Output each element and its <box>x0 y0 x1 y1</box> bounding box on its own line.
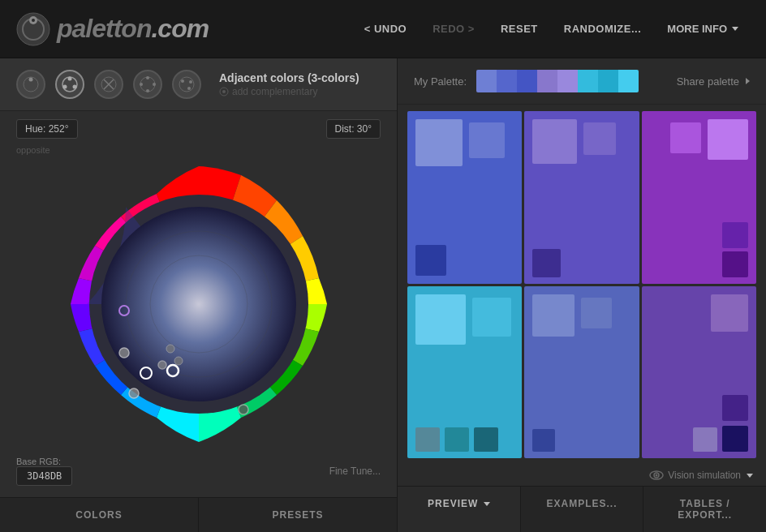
palette-seg-4 <box>537 70 557 92</box>
scheme-icon-mono[interactable] <box>16 70 45 99</box>
palette-label: My Palette: <box>414 75 467 88</box>
fine-tune-button[interactable]: Fine Tune... <box>329 466 381 477</box>
svg-point-23 <box>222 90 226 93</box>
eye-icon <box>649 470 664 480</box>
logo-area: paletton.com <box>16 12 353 46</box>
tab-examples[interactable]: EXAMPLES... <box>520 487 643 532</box>
svg-point-20 <box>189 80 192 84</box>
svg-point-8 <box>73 85 77 89</box>
vision-row: Vision simulation <box>398 465 766 486</box>
scheme-title: Adjacent colors (3-colors) <box>219 71 359 84</box>
header: paletton.com < UNDO REDO > RESET RANDOMI… <box>0 0 766 58</box>
undo-button[interactable]: < UNDO <box>353 18 418 40</box>
wheel-area: Hue: 252° Dist: 30° opposite <box>0 111 397 497</box>
dist-value: Dist: 30° <box>326 119 381 139</box>
svg-point-9 <box>63 85 67 89</box>
svg-point-32 <box>166 345 174 353</box>
svg-point-7 <box>68 77 72 81</box>
palette-seg-6 <box>578 70 598 92</box>
more-info-button[interactable]: MORE INFO <box>656 18 750 40</box>
scheme-info: Adjacent colors (3-colors) add complemen… <box>219 71 359 97</box>
color-cell-3[interactable] <box>642 111 756 284</box>
palette-seg-5 <box>557 70 578 92</box>
color-cell-6[interactable] <box>642 286 756 459</box>
svg-point-39 <box>656 474 658 477</box>
svg-point-21 <box>187 87 191 90</box>
left-panel: Adjacent colors (3-colors) add complemen… <box>0 58 398 532</box>
svg-point-17 <box>140 83 143 86</box>
svg-point-36 <box>239 405 248 414</box>
preview-arrow-icon <box>484 502 490 506</box>
svg-point-34 <box>158 361 166 369</box>
palette-preview <box>476 70 639 92</box>
color-cell-2[interactable] <box>524 111 639 284</box>
palette-seg-1 <box>476 70 497 92</box>
tab-colors[interactable]: COLORS <box>0 498 199 532</box>
share-palette-arrow-icon <box>746 78 750 84</box>
reset-button[interactable]: RESET <box>489 18 549 40</box>
palette-seg-3 <box>517 70 537 92</box>
logo-icon <box>16 12 50 46</box>
palette-seg-8 <box>618 70 639 92</box>
palette-seg-2 <box>497 70 517 92</box>
svg-point-33 <box>174 357 183 365</box>
base-rgb-row: Base RGB: 3D48DB Fine Tune... <box>16 457 381 486</box>
base-rgb-value[interactable]: 3D48DB <box>16 466 72 486</box>
color-cell-4[interactable] <box>407 286 522 459</box>
left-tabs: COLORS PRESETS <box>0 497 397 532</box>
right-panel: My Palette: Share palette <box>398 58 766 532</box>
tab-preview[interactable]: PREVIEW <box>398 487 520 532</box>
svg-point-16 <box>146 89 149 92</box>
scheme-icon-tetrad[interactable] <box>133 70 162 99</box>
svg-point-29 <box>119 348 129 358</box>
svg-point-14 <box>146 76 149 79</box>
svg-point-30 <box>129 388 139 398</box>
hue-value: Hue: 252° <box>16 119 78 139</box>
svg-point-5 <box>29 78 33 82</box>
scheme-icon-triad[interactable] <box>94 70 123 99</box>
svg-point-15 <box>153 83 156 86</box>
scheme-bar: Adjacent colors (3-colors) add complemen… <box>0 58 397 111</box>
main: Adjacent colors (3-colors) add complemen… <box>0 58 766 532</box>
more-info-arrow-icon <box>732 27 738 31</box>
share-palette-button[interactable]: Share palette <box>677 75 750 88</box>
svg-point-25 <box>101 207 296 401</box>
randomize-button[interactable]: RANDOMIZE... <box>553 18 653 40</box>
scheme-sub[interactable]: add complementary <box>219 86 359 97</box>
svg-point-19 <box>181 79 184 83</box>
scheme-icon-adjacent[interactable] <box>55 70 84 99</box>
scheme-icon-free[interactable] <box>172 70 201 99</box>
color-wheel-container[interactable] <box>53 158 345 450</box>
tab-presets[interactable]: PRESETS <box>199 498 397 532</box>
vision-arrow-icon <box>747 474 753 478</box>
svg-point-3 <box>32 19 35 22</box>
tab-tables[interactable]: TABLES / EXPORT... <box>643 487 766 532</box>
palette-seg-7 <box>598 70 618 92</box>
svg-point-18 <box>179 77 194 92</box>
palette-bar: My Palette: Share palette <box>398 58 766 105</box>
base-rgb-label: Base RGB: <box>16 457 72 466</box>
right-tabs: PREVIEW EXAMPLES... TABLES / EXPORT... <box>398 486 766 532</box>
color-cell-5[interactable] <box>524 286 639 459</box>
nav-buttons: < UNDO REDO > RESET RANDOMIZE... MORE IN… <box>353 18 750 40</box>
color-wheel-svg[interactable] <box>53 158 345 450</box>
redo-button[interactable]: REDO > <box>421 18 486 40</box>
vision-simulation-button[interactable]: Vision simulation <box>649 470 753 481</box>
color-grid <box>398 105 766 465</box>
logo-text: paletton.com <box>57 14 209 44</box>
hue-dist-row: Hue: 252° Dist: 30° <box>16 119 381 139</box>
color-cell-1[interactable] <box>407 111 522 284</box>
opposite-label: opposite <box>16 145 381 155</box>
